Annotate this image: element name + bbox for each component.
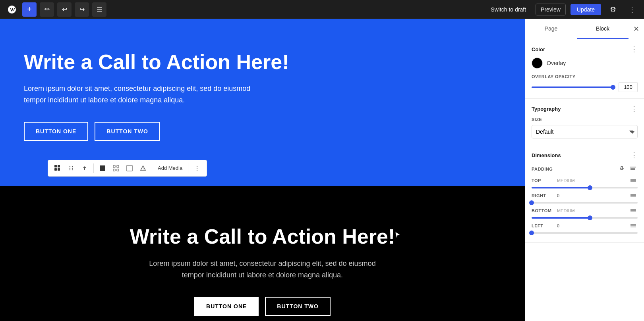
- blue-hero-section[interactable]: Write a Call to Action Here! Lorem ipsum…: [0, 19, 525, 186]
- switch-to-draft-button[interactable]: Switch to draft: [486, 4, 531, 15]
- toolbar-move-up-btn[interactable]: [78, 162, 91, 175]
- padding-label: PADDING: [532, 167, 553, 171]
- black-hero-section[interactable]: Write a Call to Action Here! Lorem ipsum…: [0, 186, 525, 321]
- sidebar-close-button[interactable]: ✕: [629, 19, 644, 39]
- padding-row: PADDING: [532, 163, 638, 174]
- add-block-button[interactable]: +: [22, 2, 37, 17]
- typography-section-header: Typography ⋮: [532, 105, 638, 112]
- wp-logo[interactable]: [5, 2, 19, 17]
- svg-point-4: [70, 166, 70, 167]
- opacity-slider[interactable]: [532, 86, 615, 88]
- toolbar-full-btn[interactable]: [123, 162, 136, 175]
- svg-point-8: [70, 169, 70, 170]
- tab-page[interactable]: Page: [525, 19, 577, 39]
- svg-rect-15: [127, 165, 132, 171]
- right-padding-container: RIGHT 0: [532, 191, 638, 204]
- left-adjust-button[interactable]: [629, 221, 638, 231]
- top-padding-container: TOP MEDIUM: [532, 176, 638, 188]
- black-button-one[interactable]: BUTTON ONE: [194, 297, 259, 316]
- opacity-input[interactable]: 100: [619, 82, 638, 92]
- svg-rect-13: [113, 169, 115, 171]
- editor-canvas[interactable]: Write a Call to Action Here! Lorem ipsum…: [0, 19, 525, 321]
- toolbar-square-btn[interactable]: [96, 162, 109, 175]
- toolbar-divider-1: [93, 163, 94, 173]
- bottom-label-row: BOTTOM MEDIUM: [532, 206, 638, 215]
- tools-button[interactable]: ✏: [40, 2, 54, 17]
- settings-button[interactable]: ⚙: [606, 2, 620, 17]
- svg-rect-12: [117, 165, 119, 167]
- left-value: 0: [557, 223, 559, 228]
- padding-adjust-button[interactable]: [628, 163, 638, 174]
- toolbar-more-btn[interactable]: ⋮: [191, 162, 203, 175]
- svg-point-9: [72, 169, 73, 170]
- svg-point-6: [70, 168, 70, 169]
- preview-button[interactable]: Preview: [536, 4, 566, 15]
- svg-rect-11: [113, 165, 115, 167]
- black-button-two[interactable]: BUTTON TWO: [265, 297, 331, 316]
- color-more-button[interactable]: ⋮: [630, 46, 638, 53]
- bottom-label: BOTTOM: [532, 208, 555, 213]
- top-slider[interactable]: [532, 187, 638, 188]
- left-label: LEFT: [532, 223, 555, 228]
- toolbar-divider-2: [152, 163, 152, 173]
- svg-rect-2: [54, 168, 57, 171]
- top-slider-thumb[interactable]: [588, 185, 592, 190]
- right-slider[interactable]: [532, 202, 638, 204]
- padding-link-button[interactable]: [618, 164, 626, 174]
- svg-rect-10: [100, 165, 105, 171]
- update-button[interactable]: Update: [571, 4, 601, 15]
- redo-button[interactable]: ↪: [75, 2, 89, 17]
- blue-button-one[interactable]: BUTTON ONE: [24, 122, 88, 141]
- typography-section: Typography ⋮ SIZE Default Small Medium L…: [525, 99, 644, 145]
- add-media-button[interactable]: Add Media: [155, 163, 186, 173]
- left-slider-thumb[interactable]: [529, 231, 534, 235]
- left-label-row: LEFT 0: [532, 221, 638, 231]
- undo-button[interactable]: ↩: [57, 2, 72, 17]
- bottom-value: MEDIUM: [557, 208, 575, 213]
- overlay-label: Overlay: [547, 60, 566, 66]
- more-options-button[interactable]: ⋮: [625, 2, 639, 17]
- color-row: Overlay: [532, 58, 638, 69]
- size-select-wrapper: Default Small Medium Large X-Large: [532, 125, 638, 138]
- block-toolbar-wrapper: ! Add Media ⋮: [24, 157, 501, 177]
- dimensions-section: Dimensions ⋮ PADDING: [525, 145, 644, 243]
- dimensions-more-button[interactable]: ⋮: [630, 152, 638, 159]
- black-heading: Write a Call to Action Here!: [24, 225, 501, 248]
- toolbar-block-type-btn[interactable]: [51, 162, 64, 175]
- svg-point-5: [72, 166, 73, 167]
- color-section-header: Color ⋮: [532, 46, 638, 53]
- typography-more-button[interactable]: ⋮: [630, 105, 638, 112]
- blue-body: Lorem ipsum dolor sit amet, consectetur …: [24, 83, 270, 106]
- sidebar-tabs: Page Block ✕: [525, 19, 644, 39]
- svg-rect-3: [58, 168, 60, 171]
- left-slider[interactable]: [532, 232, 638, 234]
- svg-rect-14: [117, 169, 119, 171]
- top-adjust-button[interactable]: [629, 176, 638, 185]
- list-view-button[interactable]: ☰: [92, 2, 106, 17]
- right-adjust-button[interactable]: [629, 191, 638, 200]
- toolbar-alert-btn[interactable]: !: [137, 162, 149, 175]
- svg-rect-0: [54, 165, 57, 167]
- bottom-slider[interactable]: [532, 217, 638, 219]
- tab-block[interactable]: Block: [577, 19, 629, 39]
- size-select[interactable]: Default Small Medium Large X-Large: [532, 125, 638, 138]
- right-label-row: RIGHT 0: [532, 191, 638, 200]
- typography-section-title: Typography: [532, 106, 561, 112]
- sidebar-panel: Page Block ✕ Color ⋮ Overlay OVERLAY OPA…: [525, 19, 644, 321]
- overlay-opacity-label: OVERLAY OPACITY: [532, 74, 638, 79]
- opacity-slider-thumb[interactable]: [611, 85, 615, 90]
- padding-label-text: PADDING: [532, 167, 553, 171]
- bottom-adjust-button[interactable]: [629, 206, 638, 215]
- color-swatch-overlay[interactable]: [532, 58, 543, 69]
- bottom-padding-container: BOTTOM MEDIUM: [532, 206, 638, 219]
- toolbar-grid-btn[interactable]: [110, 162, 122, 175]
- toolbar-divider-3: [188, 163, 188, 173]
- blue-button-two[interactable]: BUTTON TWO: [95, 122, 160, 141]
- toolbar-drag-btn[interactable]: [65, 162, 77, 175]
- color-section: Color ⋮ Overlay OVERLAY OPACITY 100: [525, 39, 644, 99]
- bottom-slider-thumb[interactable]: [588, 215, 592, 220]
- svg-point-7: [72, 168, 73, 169]
- top-value: MEDIUM: [557, 178, 575, 183]
- right-slider-thumb[interactable]: [529, 200, 534, 205]
- black-button-group: BUTTON ONE BUTTON TWO: [24, 297, 501, 316]
